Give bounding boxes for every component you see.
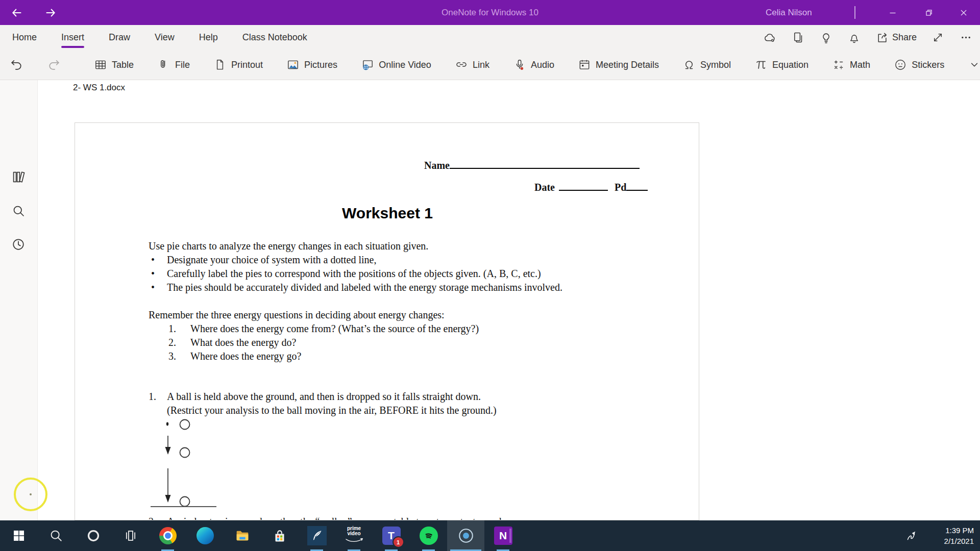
quill-app-button[interactable] <box>298 520 335 551</box>
fullscreen-button[interactable] <box>930 31 945 45</box>
blank-gap <box>149 363 669 390</box>
ball-position-c <box>180 497 190 507</box>
notifications-button[interactable] <box>847 31 862 45</box>
expand-diagonal-icon <box>931 31 945 44</box>
energy-question: 3. Where does the energy go? <box>149 349 669 363</box>
question-text: What does the energy do? <box>190 336 296 349</box>
bullet-glyph: • <box>149 253 167 267</box>
bell-icon <box>847 31 861 44</box>
minimize-button[interactable] <box>881 0 904 25</box>
bullet-item: • Designate your choice of system with a… <box>149 253 669 267</box>
clock-icon <box>11 237 26 252</box>
feather-icon <box>310 529 324 543</box>
tab-help[interactable]: Help <box>187 25 230 50</box>
taskbar-search-button[interactable] <box>37 520 75 551</box>
taskbar-tray: 1:39 PM 2/1/2021 <box>899 520 980 551</box>
restore-button[interactable] <box>918 0 940 25</box>
recorder-app-button[interactable] <box>447 520 484 551</box>
search-icon <box>11 203 26 218</box>
signed-in-user[interactable]: Celia Nilson <box>766 0 812 25</box>
problem-number: 2. <box>149 515 167 520</box>
redo-button[interactable] <box>47 58 61 72</box>
windows-ink-button[interactable] <box>899 520 923 551</box>
remember-line: Remember the three energy questions in d… <box>149 308 669 322</box>
chrome-button[interactable] <box>149 520 186 551</box>
file-button[interactable]: File <box>157 58 190 71</box>
equation-button[interactable]: Equation <box>754 58 808 71</box>
menu-tabs: Home Insert Draw View Help Class Noteboo… <box>0 25 320 50</box>
onenote-taskbar-button[interactable]: N <box>484 520 522 551</box>
calendar-icon <box>578 58 591 71</box>
tab-insert[interactable]: Insert <box>49 25 96 50</box>
bullet-text: Designate your choice of system with a d… <box>167 253 376 267</box>
embedded-file-name[interactable]: 2- WS 1.docx <box>73 83 125 93</box>
problem-1: 1. A ball is held above the ground, and … <box>149 390 669 417</box>
ribbon-overflow-button[interactable] <box>968 58 980 71</box>
page-list-button[interactable] <box>791 31 805 45</box>
microsoft-store-button[interactable] <box>261 520 298 551</box>
meeting-details-button[interactable]: Meeting Details <box>578 58 659 71</box>
online-video-button[interactable]: Online Video <box>361 58 431 71</box>
more-options-button[interactable] <box>959 31 973 45</box>
bullet-glyph: • <box>149 281 167 294</box>
tab-view[interactable]: View <box>142 25 187 50</box>
search-icon <box>48 528 64 543</box>
close-button[interactable] <box>952 0 975 25</box>
symbol-button[interactable]: Symbol <box>682 58 731 71</box>
audio-button[interactable]: Audio <box>513 58 554 71</box>
ideas-button[interactable] <box>819 31 834 45</box>
worksheet-page[interactable]: Name Date Pd Worksheet 1 Use pie charts … <box>75 122 699 520</box>
pictures-icon <box>286 58 300 71</box>
file-explorer-icon <box>234 527 251 544</box>
notebooks-button[interactable] <box>9 168 28 186</box>
minimize-icon <box>887 7 898 18</box>
menu-bar: Home Insert Draw View Help Class Noteboo… <box>0 25 980 50</box>
chrome-icon <box>159 527 177 544</box>
meeting-details-label: Meeting Details <box>596 60 659 70</box>
printout-button[interactable]: Printout <box>213 58 263 71</box>
close-icon <box>958 7 969 18</box>
problem-text: A windup toy is wound up, then the “walk… <box>167 515 504 520</box>
problem-2-clipped: 2. A windup toy is wound up, then the “w… <box>149 515 669 520</box>
search-button[interactable] <box>9 202 28 220</box>
problem-line2: (Restrict your analysis to the ball movi… <box>167 405 497 416</box>
tab-draw[interactable]: Draw <box>96 25 142 50</box>
stickers-button[interactable]: Stickers <box>894 58 944 71</box>
table-button[interactable]: Table <box>94 58 134 71</box>
prime-video-button[interactable]: prime video <box>335 520 373 551</box>
ribbon-toolbar: Table File Printout Pictures Online Vide… <box>0 50 980 80</box>
link-button[interactable]: Link <box>455 58 489 71</box>
blank-line <box>149 294 669 308</box>
start-button[interactable] <box>0 520 37 551</box>
task-view-icon <box>123 528 138 543</box>
prime-video-icon: prime video <box>344 526 364 545</box>
tab-class-notebook[interactable]: Class Notebook <box>230 25 320 50</box>
tab-home[interactable]: Home <box>0 25 49 50</box>
smiley-sticker-icon <box>894 58 907 71</box>
file-explorer-button[interactable] <box>224 520 261 551</box>
share-button[interactable]: Share <box>875 31 917 44</box>
energy-question: 2. What does the energy do? <box>149 336 669 349</box>
math-button[interactable]: Math <box>832 58 870 71</box>
link-icon <box>455 58 468 71</box>
spotify-button[interactable] <box>410 520 447 551</box>
pictures-button[interactable]: Pictures <box>286 58 337 71</box>
teams-button[interactable]: T 1 <box>373 520 410 551</box>
undo-button[interactable] <box>9 58 23 72</box>
taskbar-clock[interactable]: 1:39 PM 2/1/2021 <box>923 525 980 546</box>
edge-button[interactable] <box>186 520 224 551</box>
onenote-letter: N <box>499 530 507 542</box>
printout-icon <box>213 58 227 71</box>
sync-status-button[interactable] <box>763 31 777 45</box>
share-label: Share <box>892 32 917 43</box>
prime-smile-arrow <box>344 538 364 543</box>
ink-pen-icon <box>904 529 918 542</box>
edge-icon <box>197 527 214 544</box>
cortana-button[interactable] <box>75 520 112 551</box>
task-view-button[interactable] <box>112 520 149 551</box>
bullet-text: The pies should be accurately divided an… <box>167 281 562 294</box>
problem-number: 1. <box>149 390 167 417</box>
recent-notes-button[interactable] <box>9 235 28 254</box>
spotify-icon <box>420 527 438 545</box>
symbol-label: Symbol <box>700 60 731 70</box>
